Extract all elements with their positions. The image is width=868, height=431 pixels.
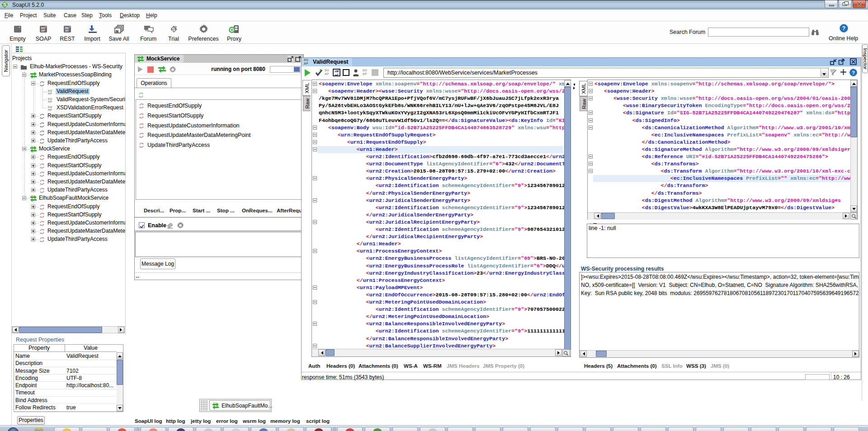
svg-text:S: S [172,27,175,32]
svg-text:*: * [69,26,71,29]
svg-text:ST: ST [65,29,69,32]
svg-text:S: S [3,2,6,7]
svg-text:SO: SO [48,106,52,108]
svg-text:AP: AP [41,29,45,32]
svg-text:AP: AP [48,100,52,103]
svg-text:?: ? [842,25,845,32]
svg-text:SO: SO [48,98,52,100]
svg-text:*: * [45,26,47,29]
svg-text:AP: AP [48,92,52,95]
svg-text:SO: SO [48,89,52,92]
svg-text:?: ? [852,70,855,75]
svg-text:AP: AP [48,108,52,111]
svg-text:*: * [19,26,20,30]
